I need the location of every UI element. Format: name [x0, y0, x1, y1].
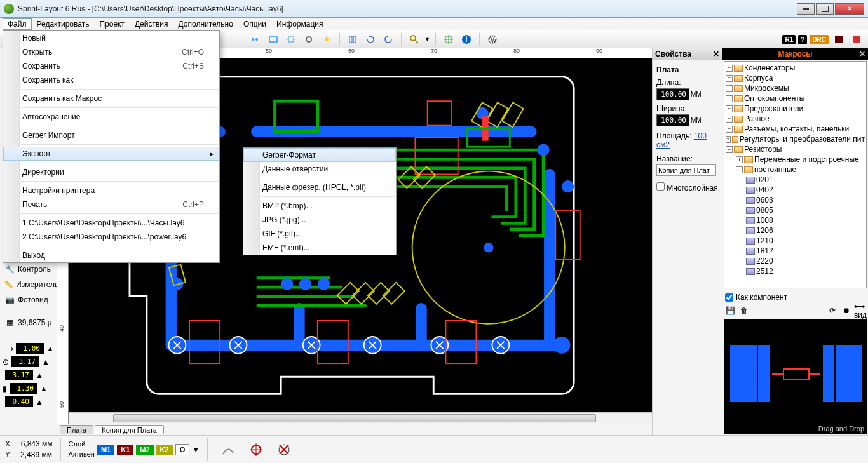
tool-control[interactable]: 🔧Контроль: [3, 263, 54, 276]
menu-options[interactable]: Опции: [238, 18, 271, 30]
file-printer[interactable]: Настройки принтера: [3, 184, 219, 198]
zoom-icon[interactable]: [407, 32, 422, 46]
menu-actions[interactable]: Действия: [130, 18, 173, 30]
file-print[interactable]: ПечатьCtrl+P: [3, 198, 219, 211]
save-icon[interactable]: 💾: [725, 305, 735, 316]
export-bmp[interactable]: BMP (*.bmp)...: [243, 199, 396, 213]
refresh-icon[interactable]: ⟳: [827, 305, 837, 316]
minimize-button[interactable]: [797, 3, 815, 15]
file-recent-1[interactable]: 1 C:\Users\User\Desktop\Проекты\...\Часы…: [3, 216, 219, 230]
file-save-as[interactable]: Сохранить как: [3, 73, 219, 87]
tb-btn-rotate2[interactable]: [381, 32, 396, 46]
meas-1[interactable]: ⟶1.00▲: [3, 343, 54, 354]
board-name-input[interactable]: [656, 164, 716, 176]
menu-file[interactable]: Файл: [3, 18, 32, 30]
tool-grid[interactable]: ▦39,6875 µ: [3, 316, 54, 329]
sb-tool-target[interactable]: [248, 442, 264, 457]
tb-btn-rotate[interactable]: [363, 32, 378, 46]
svg-rect-61: [783, 369, 809, 379]
properties-title: Свойства: [655, 50, 691, 58]
status-bar: X: 6,843 мм Y: 2,489 мм Слой Активен M1 …: [0, 435, 868, 463]
svg-rect-2: [269, 37, 277, 42]
tb-btn-mirror[interactable]: [345, 32, 360, 46]
properties-close-icon[interactable]: ✕: [713, 50, 719, 58]
info-icon[interactable]: i: [459, 32, 474, 46]
as-component-checkbox[interactable]: [725, 293, 733, 302]
menu-bar: Файл Редактировать Проект Действия Допол…: [0, 18, 868, 30]
svg-point-1: [255, 38, 258, 41]
svg-text:i: i: [465, 35, 467, 44]
export-emf[interactable]: EMF (*.emf)...: [243, 241, 396, 255]
svg-point-29: [484, 243, 493, 252]
badge-r1[interactable]: R1: [782, 35, 796, 44]
snap-icon[interactable]: [441, 32, 456, 46]
maximize-button[interactable]: [816, 3, 834, 15]
menu-project[interactable]: Проект: [94, 18, 130, 30]
badge-extra2[interactable]: [849, 32, 864, 46]
tool-meter[interactable]: 📏Измеритель: [3, 278, 54, 291]
file-recent-2[interactable]: 2 C:\Users\User\Desktop\Проекты\...\powe…: [3, 230, 219, 244]
file-save[interactable]: СохранитьCtrl+S: [3, 59, 219, 73]
tb-btn-1[interactable]: [248, 32, 263, 46]
export-submenu: Gerber-Формат Данные отверстий Данные фр…: [243, 147, 397, 255]
file-save-macro[interactable]: Сохранить как Макрос: [3, 91, 219, 105]
meas-2[interactable]: ⊙3.17▲: [3, 356, 54, 367]
cursor-coords: X: 6,843 мм Y: 2,489 мм: [5, 439, 53, 460]
delete-icon[interactable]: 🗑: [739, 305, 749, 316]
file-export[interactable]: Экспорт▸: [3, 147, 219, 161]
macros-tree[interactable]: +Конденсаторы +Корпуса +Микросхемы +Опто…: [724, 61, 867, 288]
macros-close-icon[interactable]: ✕: [859, 50, 865, 58]
macro-preview: Drag and Drop: [724, 319, 867, 434]
tool-photo[interactable]: 📷Фотовид: [3, 293, 54, 306]
properties-panel: Свойства✕ Плата Длина: MM Ширина: MM Пло…: [652, 48, 722, 435]
meas-3[interactable]: 3.17▲: [3, 370, 54, 380]
length-input[interactable]: [656, 88, 689, 100]
file-exit[interactable]: Выход: [3, 248, 219, 262]
close-button[interactable]: [835, 3, 864, 15]
menu-info[interactable]: Информация: [271, 18, 328, 30]
file-directories[interactable]: Директории: [3, 165, 219, 179]
sb-tool-cross[interactable]: [276, 442, 292, 457]
width-input[interactable]: [656, 114, 689, 126]
tb-btn-3[interactable]: [283, 32, 299, 46]
svg-rect-18: [853, 36, 860, 43]
dimension-icon[interactable]: ⟷ вид: [855, 305, 865, 316]
svg-rect-51: [368, 283, 390, 304]
macros-panel: Макросы✕ +Конденсаторы +Корпуса +Микросх…: [722, 48, 868, 435]
meas-5[interactable]: 0.40▲: [3, 396, 54, 407]
svg-point-31: [299, 278, 311, 290]
svg-rect-17: [835, 36, 843, 43]
tb-btn-2[interactable]: [266, 32, 281, 46]
tb-btn-gear[interactable]: [301, 32, 316, 46]
badge-drc[interactable]: DRC: [810, 35, 829, 44]
window-title: Sprint-Layout 6 Rus - [C:\Users\User\Des…: [18, 4, 797, 13]
export-jpg[interactable]: JPG (*.jpg)...: [243, 213, 396, 227]
sb-tool-1[interactable]: [220, 442, 236, 457]
hatch-icon[interactable]: [485, 32, 500, 46]
export-drill[interactable]: Данные отверстий: [243, 162, 396, 176]
board-tabs: Плата Копия для Плата: [57, 424, 652, 435]
tb-btn-sun[interactable]: [319, 32, 334, 46]
file-menu: Новый ОткрытьCtrl+O СохранитьCtrl+S Сохр…: [3, 30, 220, 263]
export-gerber[interactable]: Gerber-Формат: [243, 148, 396, 162]
svg-rect-54: [487, 102, 508, 127]
export-hpgl[interactable]: Данные фрезер. (HPGL, *.plt): [243, 180, 396, 194]
tab-board-copy[interactable]: Копия для Плата: [95, 425, 164, 434]
file-open[interactable]: ОткрытьCtrl+O: [3, 45, 219, 59]
menu-edit[interactable]: Редактировать: [32, 18, 95, 30]
svg-point-30: [281, 278, 293, 290]
badge-extra1[interactable]: [831, 32, 846, 46]
tab-board[interactable]: Плата: [60, 425, 93, 434]
menu-extra[interactable]: Дополнительно: [173, 18, 238, 30]
layer-selector[interactable]: Слой Активен M1 K1 M2 K2 O ▼: [69, 440, 200, 459]
file-new[interactable]: Новый: [3, 31, 219, 45]
file-autosave[interactable]: Автосохранение: [3, 110, 219, 124]
multilayer-checkbox[interactable]: [656, 182, 665, 191]
badge-help[interactable]: ?: [798, 35, 807, 44]
meas-4[interactable]: ▮1.30▲: [3, 383, 54, 394]
export-gif[interactable]: GIF (*.gif)...: [243, 227, 396, 241]
file-gerber-import[interactable]: Gerber Импорт: [3, 128, 219, 142]
horizontal-scrollbar[interactable]: [69, 412, 652, 424]
record-icon[interactable]: ⏺: [841, 305, 851, 316]
svg-point-27: [553, 337, 570, 354]
